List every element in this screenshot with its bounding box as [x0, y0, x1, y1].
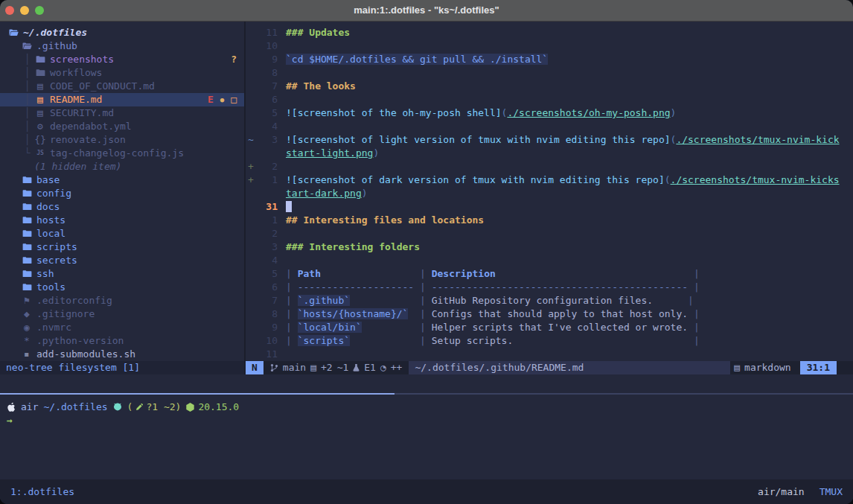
tree-item-workflows[interactable]: │workflows [0, 66, 244, 80]
close-button[interactable] [5, 6, 14, 15]
folder-icon [7, 28, 19, 37]
editor-line[interactable]: 7| `.github` | GitHub Repository configu… [246, 294, 853, 307]
line-number: 10 [258, 39, 278, 53]
tree-item-badges: ? [231, 53, 237, 66]
git-branch-name: main [283, 361, 306, 374]
folder-icon [21, 229, 33, 238]
editor-line[interactable]: 9| `local/bin` | Helper scripts that I'v… [246, 321, 853, 334]
prompt-path: ~/.dotfiles [43, 401, 107, 414]
tree-item-tools[interactable]: tools [0, 281, 244, 294]
editor-line[interactable]: 8 [246, 66, 853, 80]
gutter-sign [246, 294, 258, 307]
tree-item-label: secrets [36, 254, 77, 267]
editor-line[interactable]: tart-dark.png) [246, 187, 853, 200]
zoom-button[interactable] [35, 6, 44, 15]
tree-item-base[interactable]: base [0, 173, 244, 187]
line-text: ![screenshot of light version of tmux wi… [286, 133, 840, 147]
editor-line[interactable]: 5| Path | Description | [246, 267, 853, 281]
tree-item-label: tag-changelog-config.js [50, 147, 184, 160]
file-icon: ▪ [21, 348, 33, 361]
editor-line[interactable]: 7## The looks [246, 80, 853, 93]
gutter-sign [246, 200, 258, 214]
tree-item-secrets[interactable]: secrets [0, 254, 244, 267]
gutter-sign [246, 147, 258, 160]
folder-icon [34, 55, 46, 64]
tree-item-editorconfig[interactable]: ⚑.editorconfig [0, 294, 244, 307]
editor-line[interactable]: 6| -------------------- | --------------… [246, 281, 853, 294]
tmux-session-name: air/main [758, 485, 805, 499]
editor-line[interactable]: 10| `scripts` | Setup scripts. | [246, 334, 853, 348]
tree-item-screenshots[interactable]: │screenshots? [0, 53, 244, 66]
file-icon: ⚑ [21, 294, 33, 307]
editor-line[interactable]: 5![screenshot of the oh-my-posh shell](.… [246, 106, 853, 120]
gutter-sign [246, 267, 258, 281]
file-icon: ▤ [34, 80, 46, 93]
tree-item-dependabot-yml[interactable]: │⚙dependabot.yml [0, 120, 244, 133]
tree-item-label: .nvmrc [36, 321, 71, 334]
editor-line[interactable]: 4 [246, 254, 853, 267]
buffer-icon: ▤ [310, 361, 316, 374]
badge-mod: □ [231, 93, 237, 106]
tree-item-github[interactable]: .github [0, 39, 244, 53]
tree-item-config[interactable]: config [0, 187, 244, 200]
tree-item-gitignore[interactable]: ◆.gitignore [0, 307, 244, 321]
tree-item-label: .editorconfig [36, 294, 112, 307]
neotree-statusline: neo-tree filesystem [1] [0, 361, 244, 374]
editor-line[interactable]: 11 [246, 348, 853, 361]
gutter-sign [246, 321, 258, 334]
file-tree[interactable]: ~/.dotfiles.github│screenshots?│workflow… [0, 26, 244, 361]
statusline-left: main ▤ +2 ~1 E1 ◔ ++ [270, 361, 403, 374]
line-number: 9 [258, 53, 278, 66]
editor-line[interactable]: 6 [246, 93, 853, 106]
line-text: `cd $HOME/.dotfiles && git pull && ./ins… [286, 53, 548, 66]
tree-item-label: docs [36, 200, 60, 214]
editor-line[interactable]: 2 [246, 227, 853, 240]
tree-item-add-submodules-sh[interactable]: ▪add-submodules.sh [0, 348, 244, 361]
nvim-statusline: N main ▤ +2 ~1 E1 ◔ ++ ~/.dotfiles/.gith… [246, 361, 853, 374]
tree-item-tag-changelog-config-js[interactable]: └JStag-changelog-config.js [0, 147, 244, 160]
shell-input-arrow[interactable]: → [7, 414, 13, 427]
tree-item-code-of-conduct-md[interactable]: │▤CODE_OF_CONDUCT.md [0, 80, 244, 93]
editor-line[interactable]: start-light.png) [246, 147, 853, 160]
editor-line[interactable]: 10 [246, 39, 853, 53]
line-text: | Path | Description | [286, 267, 700, 281]
tree-item-ssh[interactable]: ssh [0, 267, 244, 281]
indent-guide: └ [21, 147, 34, 160]
gutter-sign [246, 214, 258, 227]
editor-line[interactable]: 3### Interesting folders [246, 240, 853, 254]
file-icon: ◆ [21, 307, 33, 321]
gutter-sign [246, 120, 258, 133]
indent-guide: │ [21, 106, 34, 120]
tree-item-local[interactable]: local [0, 227, 244, 240]
tree-item-hosts[interactable]: hosts [0, 214, 244, 227]
editor-line[interactable]: 9`cd $HOME/.dotfiles && git pull && ./in… [246, 53, 853, 66]
indent-guide: │ [21, 120, 34, 133]
tree-item-readme-md[interactable]: │▤README.mdE●□ [0, 93, 244, 106]
titlebar: main:1:.dotfiles - "ks~/.dotfiles" [0, 0, 853, 22]
tree-item-docs[interactable]: docs [0, 200, 244, 214]
tree-item-scripts[interactable]: scripts [0, 240, 244, 254]
tmux-window-label[interactable]: 1:.dotfiles [10, 485, 74, 499]
node-icon [186, 403, 194, 412]
tree-item-1-hidden-item[interactable]: (1 hidden item) [0, 160, 244, 173]
minimize-button[interactable] [20, 6, 29, 15]
editor-line[interactable]: ~3![screenshot of light version of tmux … [246, 133, 853, 147]
editor-line[interactable]: 31 [246, 200, 853, 214]
line-text: ![screenshot of the oh-my-posh shell](./… [286, 106, 676, 120]
filetype-label: markdown [744, 361, 791, 374]
tree-item-security-md[interactable]: │▤SECURITY.md [0, 106, 244, 120]
pencil-icon [135, 403, 143, 411]
editor-line[interactable]: 4 [246, 120, 853, 133]
editor-line[interactable]: 11### Updates [246, 26, 853, 39]
tree-item-python-version[interactable]: *.python-version [0, 334, 244, 348]
indent-guide: │ [21, 66, 34, 80]
file-icon: {} [34, 133, 46, 147]
editor-line[interactable]: 1## Interesting files and locations [246, 214, 853, 227]
editor-lines[interactable]: 11### Updates109`cd $HOME/.dotfiles && g… [246, 26, 853, 361]
editor-line[interactable]: +1![screenshot of dark version of tmux w… [246, 173, 853, 187]
tree-item-renovate-json[interactable]: │{}renovate.json [0, 133, 244, 147]
tree-item-nvmrc[interactable]: ◉.nvmrc [0, 321, 244, 334]
editor-line[interactable]: +2 [246, 160, 853, 173]
tree-item-dotfiles[interactable]: ~/.dotfiles [0, 26, 244, 39]
editor-line[interactable]: 8| `hosts/{hostname}/` | Configs that sh… [246, 307, 853, 321]
